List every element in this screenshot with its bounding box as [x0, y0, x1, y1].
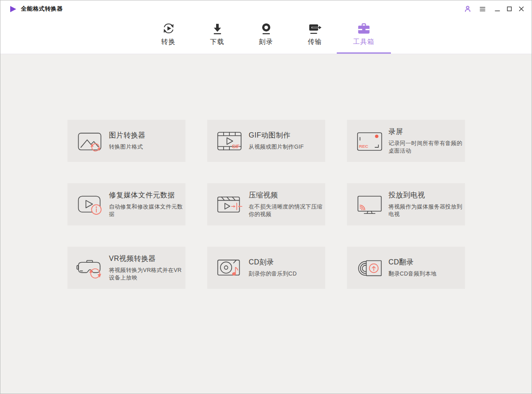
card-image-converter[interactable]: 图片转换器 转换图片格式 — [67, 120, 185, 162]
gif-icon-label: GIF — [232, 144, 239, 149]
app-title: 全能格式转换器 — [21, 5, 63, 13]
card-title: 压缩视频 — [249, 191, 323, 200]
card-gif-maker[interactable]: GIF GIF动图制作 从视频或图片制作GIF — [207, 120, 325, 162]
card-description: 刻录你的音乐到CD — [249, 270, 323, 278]
cd-rip-icon — [355, 256, 389, 280]
tab-convert-label: 转换 — [162, 38, 176, 46]
menu-button[interactable] — [478, 5, 486, 13]
close-icon — [518, 6, 524, 12]
card-cast-to-tv[interactable]: 投放到电视 将视频作为媒体服务器投放到电视 — [347, 183, 465, 225]
compress-video-icon — [216, 192, 249, 217]
tab-download[interactable]: 下载 — [193, 17, 242, 54]
rec-icon-label: REC — [359, 144, 368, 149]
card-fix-metadata[interactable]: 修复媒体文件元数据 自动修复和修改媒体文件元数据 — [67, 183, 185, 225]
card-screen-record[interactable]: REC 录屏 记录同一时间所有带有音频的桌面活动 — [347, 120, 465, 162]
close-button[interactable] — [517, 5, 525, 13]
tool-card-grid: 图片转换器 转换图片格式 GIF GIF动图制作 从 — [67, 120, 465, 289]
tab-toolbox[interactable]: 工具箱 — [339, 17, 388, 54]
app-logo-icon — [9, 5, 17, 13]
cd-burn-icon — [216, 256, 249, 280]
card-description: 翻录CD音频到本地 — [389, 270, 463, 278]
image-converter-icon — [76, 129, 109, 154]
title-bar: 全能格式转换器 — [0, 0, 532, 17]
card-description: 转换图片格式 — [109, 143, 184, 151]
card-cd-burn[interactable]: CD刻录 刻录你的音乐到CD — [207, 247, 325, 289]
active-tab-underline — [337, 52, 391, 54]
card-title: CD翻录 — [389, 258, 463, 267]
card-compress-video[interactable]: 压缩视频 在不损失清晰度的情况下压缩你的视频 — [207, 183, 325, 225]
card-description: 从视频或图片制作GIF — [249, 143, 323, 151]
burn-icon — [260, 20, 272, 36]
fix-metadata-icon — [76, 192, 109, 217]
user-account-button[interactable] — [464, 5, 472, 13]
tab-convert[interactable]: 转换 — [144, 17, 193, 54]
toolbox-icon — [356, 20, 371, 36]
card-title: 录屏 — [389, 127, 463, 137]
card-cd-rip[interactable]: CD翻录 翻录CD音频到本地 — [347, 247, 465, 289]
maximize-button[interactable] — [505, 5, 513, 13]
card-title: 图片转换器 — [109, 131, 184, 140]
card-title: 投放到电视 — [389, 191, 463, 200]
card-vr-converter[interactable]: VR视频转换器 将视频转换为VR格式并在VR设备上放映 — [67, 247, 185, 289]
transfer-icon — [308, 20, 322, 36]
vr-converter-icon — [76, 256, 109, 280]
main-nav: 转换 下载 刻录 — [0, 17, 532, 54]
gif-maker-icon: GIF — [216, 129, 249, 154]
card-description: 将视频转换为VR格式并在VR设备上放映 — [109, 267, 184, 281]
card-title: 修复媒体文件元数据 — [109, 191, 184, 200]
card-title: CD刻录 — [249, 258, 323, 267]
convert-icon — [162, 20, 175, 36]
card-title: VR视频转换器 — [109, 254, 184, 264]
tab-burn[interactable]: 刻录 — [242, 17, 291, 54]
tab-toolbox-label: 工具箱 — [353, 38, 374, 46]
screen-record-icon: REC — [355, 129, 389, 154]
menu-icon — [479, 6, 486, 12]
card-title: GIF动图制作 — [249, 131, 323, 140]
card-description: 自动修复和修改媒体文件元数据 — [109, 203, 184, 218]
minimize-icon — [494, 6, 500, 12]
card-description: 在不损失清晰度的情况下压缩你的视频 — [249, 203, 323, 218]
app-window: 全能格式转换器 — [0, 0, 532, 394]
tab-transfer-label: 传输 — [308, 38, 322, 46]
cast-to-tv-icon — [355, 192, 389, 217]
card-description: 记录同一时间所有带有音频的桌面活动 — [389, 140, 463, 154]
user-icon — [464, 5, 471, 12]
card-description: 将视频作为媒体服务器投放到电视 — [389, 203, 463, 218]
toolbox-panel: 图片转换器 转换图片格式 GIF GIF动图制作 从 — [0, 54, 532, 394]
tab-download-label: 下载 — [210, 38, 225, 46]
tab-transfer[interactable]: 传输 — [291, 17, 339, 54]
minimize-button[interactable] — [493, 5, 501, 13]
maximize-icon — [506, 6, 512, 12]
download-icon — [211, 20, 224, 36]
tab-burn-label: 刻录 — [259, 38, 273, 46]
